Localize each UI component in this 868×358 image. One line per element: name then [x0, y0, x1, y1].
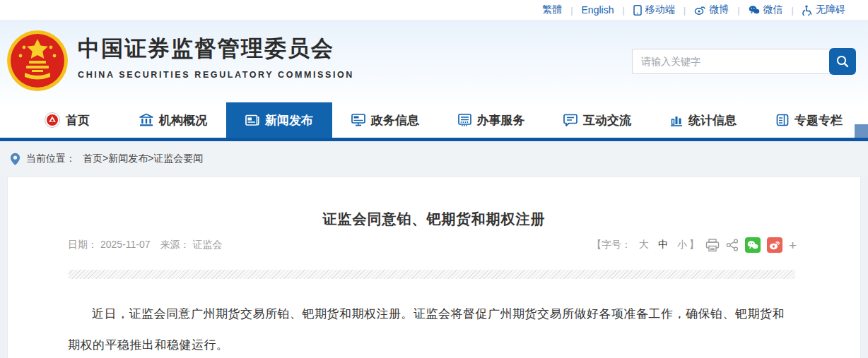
- weibo-link[interactable]: 微博: [694, 4, 729, 16]
- site-title-chinese: 中国证券监督管理委员会: [78, 34, 354, 64]
- nav-label: 新闻发布: [265, 112, 313, 129]
- wechat-label: 微信: [763, 4, 783, 16]
- accessibility-label: 无障碍: [816, 4, 845, 16]
- search-button[interactable]: [829, 48, 856, 75]
- source-value: 证监会: [192, 239, 222, 250]
- article-body-paragraph: 近日，证监会同意广州期货交易所铂、钯期货和期权注册。证监会将督促广州期货交易所做…: [68, 299, 794, 358]
- english-link[interactable]: English: [582, 4, 614, 16]
- nav-endcap-decoration: [855, 124, 868, 138]
- wechat-share-icon: [747, 240, 758, 250]
- bar-chart-icon: [670, 114, 683, 126]
- print-button[interactable]: [705, 239, 720, 252]
- nav-label: 互动交流: [583, 112, 631, 129]
- separator: |: [570, 5, 573, 16]
- share-button[interactable]: [726, 239, 739, 251]
- content-background: 证监会同意铂、钯期货和期权注册 日期：2025-11-07 来源：证监会 【字号…: [0, 177, 868, 358]
- nav-item-gov-info[interactable]: 政务信息: [332, 102, 438, 138]
- separator: |: [622, 5, 624, 16]
- share-nodes-icon: [726, 239, 739, 251]
- weibo-share-icon: [769, 240, 780, 250]
- accessibility-wheelchair-icon: [802, 5, 812, 16]
- nav-item-home[interactable]: 首页: [14, 102, 120, 138]
- breadcrumb-label: 当前位置：: [26, 153, 76, 165]
- nav-label: 政务信息: [371, 112, 419, 129]
- institution-building-icon: [139, 114, 153, 126]
- monitor-icon: [351, 114, 365, 126]
- article-tools: 【字号： 大 中 小 】: [592, 237, 797, 253]
- nav-item-special-columns[interactable]: 专题专栏: [756, 102, 862, 138]
- nav-label: 办事服务: [477, 112, 525, 129]
- printer-icon: [705, 239, 720, 252]
- brand-titles: 中国证券监督管理委员会 CHINA SECURITIES REGULATORY …: [78, 34, 354, 80]
- more-share-button[interactable]: +: [789, 239, 797, 252]
- fontsize-large-button[interactable]: 大: [638, 239, 650, 251]
- main-nav: 首页 机构概况 新闻发布 政务信息 办事服务: [0, 102, 868, 141]
- mobile-label: 移动端: [645, 4, 675, 16]
- mobile-link[interactable]: 移动端: [633, 4, 675, 16]
- breadcrumb: 当前位置： 首页>新闻发布>证监会要闻: [0, 141, 868, 177]
- fontsize-suffix: 】: [689, 239, 699, 251]
- share-weibo-button[interactable]: [767, 237, 782, 253]
- page: 繁體 | English | 移动端 | 微博 | 微信 |: [0, 0, 868, 358]
- site-title-english: CHINA SECURITIES REGULATORY COMMISSION: [78, 70, 354, 80]
- source-label: 来源：: [160, 239, 189, 250]
- wechat-link[interactable]: 微信: [749, 4, 783, 16]
- fontsize-prefix: 【字号：: [592, 239, 631, 251]
- hatched-divider: [69, 270, 795, 279]
- article-title: 证监会同意铂、钯期货和期权注册: [8, 210, 860, 229]
- traditional-chinese-link[interactable]: 繁體: [542, 4, 562, 16]
- date-value: 2025-11-07: [100, 239, 151, 250]
- nav-item-about[interactable]: 机构概况: [120, 102, 226, 138]
- service-list-icon: [458, 114, 471, 126]
- weibo-label: 微博: [709, 4, 729, 16]
- nav-item-statistics[interactable]: 统计信息: [650, 102, 756, 138]
- csrc-round-logo-icon: [45, 112, 60, 128]
- separator: |: [737, 5, 739, 16]
- speech-bubble-icon: [563, 114, 577, 126]
- share-wechat-button[interactable]: [745, 237, 761, 253]
- site-header: 中国证券监督管理委员会 CHINA SECURITIES REGULATORY …: [0, 20, 868, 102]
- nav-label: 首页: [66, 112, 90, 129]
- weibo-icon: [694, 5, 705, 15]
- wechat-icon: [749, 5, 760, 15]
- nav-label: 专题专栏: [794, 112, 843, 129]
- mobile-phone-icon: [633, 5, 642, 16]
- nav-label: 机构概况: [159, 112, 207, 129]
- fontsize-medium-button[interactable]: 中: [657, 239, 669, 251]
- breadcrumb-path[interactable]: 首页>新闻发布>证监会要闻: [83, 153, 203, 165]
- article-panel: 证监会同意铂、钯期货和期权注册 日期：2025-11-07 来源：证监会 【字号…: [7, 177, 861, 358]
- newspaper-icon: [245, 114, 259, 126]
- accessibility-link[interactable]: 无障碍: [802, 4, 845, 16]
- nav-item-services[interactable]: 办事服务: [438, 102, 544, 138]
- national-emblem-logo: [6, 29, 69, 93]
- separator: |: [684, 5, 686, 16]
- nav-label: 统计信息: [688, 112, 737, 129]
- book-columns-icon: [776, 114, 789, 126]
- top-utility-bar: 繁體 | English | 移动端 | 微博 | 微信 |: [0, 0, 868, 20]
- date-label: 日期：: [68, 239, 98, 250]
- article-meta-row: 日期：2025-11-07 来源：证监会 【字号： 大 中 小 】: [68, 237, 797, 253]
- article-date-source: 日期：2025-11-07 来源：证监会: [68, 239, 225, 251]
- fontsize-small-button[interactable]: 小: [676, 239, 688, 251]
- search-bar: [632, 48, 856, 75]
- nav-item-interaction[interactable]: 互动交流: [544, 102, 650, 138]
- nav-item-news[interactable]: 新闻发布: [226, 102, 332, 138]
- location-pin-icon: [10, 153, 20, 166]
- search-input[interactable]: [632, 49, 831, 74]
- search-icon: [835, 54, 850, 68]
- separator: |: [792, 5, 794, 16]
